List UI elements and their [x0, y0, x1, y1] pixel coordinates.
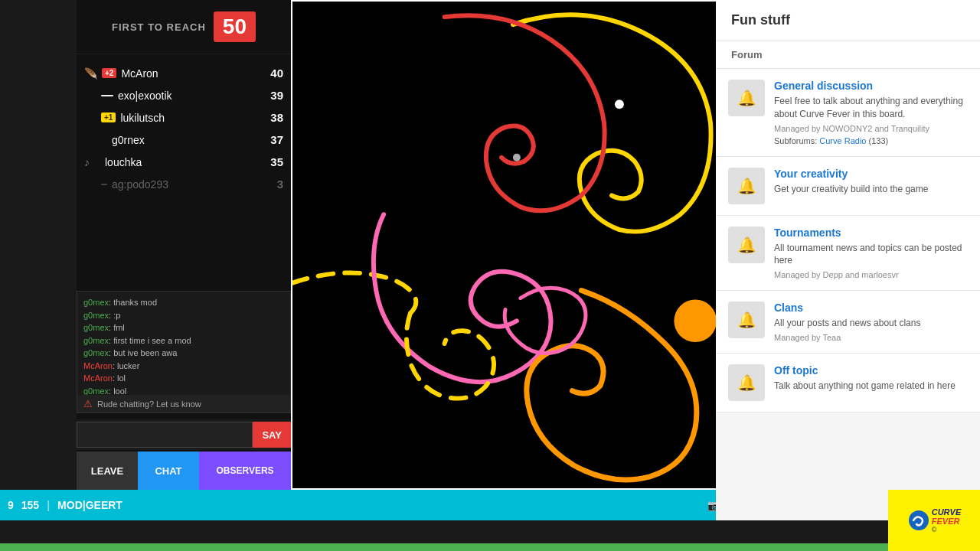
forum-title-link[interactable]: Your creativity — [774, 168, 968, 180]
right-panel: Fun stuff Forum 🔔 General discussion Fee… — [716, 0, 980, 520]
forum-desc: Talk about anything not game related in … — [774, 380, 968, 393]
logo-icon — [907, 509, 930, 532]
player-score: 3 — [264, 178, 283, 191]
svg-point-1 — [674, 299, 717, 342]
leave-button[interactable]: LEAVE — [77, 452, 138, 490]
forum-desc: All tournament news and topics can be po… — [774, 242, 968, 268]
game-canvas — [291, 0, 720, 490]
forum-avatar: 🔔 — [728, 302, 765, 338]
first-to-reach-number: 50 — [214, 11, 256, 42]
forum-header: Forum — [716, 41, 980, 69]
player-score: 39 — [264, 89, 283, 102]
forum-avatar: 🔔 — [728, 168, 765, 204]
status-number1: 9 — [8, 499, 14, 511]
list-item: 🔔 Tournaments All tournament news and to… — [716, 216, 980, 292]
forum-title-link[interactable]: Tournaments — [774, 227, 968, 239]
player-color-bar — [101, 95, 113, 96]
table-row: 🪶 +2 McAron 40 — [77, 62, 291, 84]
chat-username: g0mex — [83, 386, 109, 396]
forum-content: Clans All your posts and news about clan… — [774, 302, 968, 342]
curve-fever-logo: CURVE FEVER © — [907, 507, 962, 533]
list-item: McAron: lucker — [83, 360, 284, 373]
list-item: g0mex: first time i see a mod — [83, 334, 284, 347]
warning-icon: ⚠ — [83, 398, 93, 409]
table-row: +1 lukilutsch 38 — [77, 106, 291, 129]
forum-meta: Managed by Teaa — [774, 333, 968, 342]
player-name: McAron — [121, 67, 260, 80]
player-color-bar — [101, 184, 107, 185]
player-badge: +1 — [101, 112, 116, 122]
observers-button[interactable]: OBSERVERS — [199, 452, 291, 490]
first-to-reach-container: FIRST TO REACH 50 — [77, 0, 291, 54]
player-name: ag:podo293 — [112, 178, 260, 191]
table-row: ♪ louchka 35 — [77, 151, 291, 173]
bottom-buttons: LEAVE CHAT OBSERVERS — [77, 452, 291, 490]
chat-button[interactable]: CHAT — [138, 452, 199, 490]
forum-title-link[interactable]: General discussion — [774, 80, 968, 92]
list-item: g0mex: thanks mod — [83, 296, 284, 309]
forum-content: Your creativity Get your creativity buil… — [774, 168, 968, 199]
status-number2: 155 — [21, 499, 39, 511]
chat-username: g0mex — [83, 311, 109, 320]
status-bar: 9 155 | MOD|GEERT 📷 ♩ ✳ — [0, 490, 758, 520]
player-name: g0rnex — [112, 134, 260, 146]
player-badge: +2 — [102, 68, 116, 78]
forum-avatar: 🔔 — [728, 80, 765, 116]
player-name: lukilutsch — [120, 112, 260, 124]
player-score: 35 — [264, 155, 283, 168]
status-mod-label: MOD|GEERT — [57, 499, 122, 511]
list-item: McAron: lol — [83, 372, 284, 385]
score-panel: FIRST TO REACH 50 🪶 +2 McAron 40 exo|exo… — [77, 0, 291, 490]
logo-fever-text: FEVER — [932, 517, 962, 526]
chat-username: McAron — [83, 361, 113, 370]
svg-point-4 — [909, 510, 929, 530]
list-item: 🔔 Your creativity Get your creativity bu… — [716, 157, 980, 216]
forum-content: Off topic Talk about anything not game r… — [774, 364, 968, 396]
logo-curve-text: CURVE — [932, 507, 962, 517]
list-item: g0mex: :p — [83, 309, 284, 322]
green-bar — [0, 543, 888, 551]
chat-username: g0mex — [83, 348, 109, 357]
first-to-reach-label: FIRST TO REACH — [112, 21, 206, 33]
chat-username: McAron — [83, 373, 113, 383]
chat-input-area: SAY — [77, 419, 291, 450]
logo-area: CURVE FEVER © — [888, 490, 980, 551]
chat-username: g0mex — [83, 336, 109, 345]
table-row: ag:podo293 3 — [77, 173, 291, 195]
say-button[interactable]: SAY — [253, 422, 291, 448]
forum-desc: Feel free to talk about anything and eve… — [774, 95, 968, 121]
fun-stuff-header: Fun stuff — [716, 0, 980, 41]
logo-copyright: © — [932, 526, 962, 533]
list-item: g0mex: but ive been awa — [83, 347, 284, 360]
table-row: exo|exootik 39 — [77, 84, 291, 106]
svg-point-3 — [513, 154, 521, 161]
forum-avatar: 🔔 — [728, 227, 765, 263]
player-score: 40 — [264, 67, 283, 80]
music-icon: ♪ — [84, 156, 90, 168]
player-name: louchka — [105, 156, 260, 168]
forum-content: Tournaments All tournament news and topi… — [774, 227, 968, 280]
chat-username: g0mex — [83, 298, 109, 307]
list-item: 🔔 General discussion Feel free to talk a… — [716, 69, 980, 157]
table-row: g0rnex 37 — [77, 129, 291, 151]
chat-area: g0mex: thanks mod g0mex: :p g0mex: fml g… — [77, 291, 291, 413]
forum-desc: All your posts and news about clans — [774, 317, 968, 330]
list-item: 🔔 Clans All your posts and news about cl… — [716, 291, 980, 354]
forum-subforums: Subforums: Curve Radio (133) — [774, 136, 968, 145]
rude-chat-bar[interactable]: ⚠ Rude chatting? Let us know — [77, 395, 290, 412]
list-item: 🔔 Off topic Talk about anything not game… — [716, 354, 980, 412]
curve-radio-link[interactable]: Curve Radio — [819, 136, 866, 145]
forum-desc: Get your creativity build into the game — [774, 183, 968, 196]
forum-meta: Managed by Depp and marloesvr — [774, 270, 968, 279]
chat-username: g0mex — [83, 323, 109, 332]
forum-title-link[interactable]: Clans — [774, 302, 968, 314]
forum-content: General discussion Feel free to talk abo… — [774, 80, 968, 145]
rude-chat-label: Rude chatting? Let us know — [97, 399, 201, 409]
chat-input[interactable] — [77, 422, 253, 448]
feather-icon: 🪶 — [84, 67, 97, 80]
forum-avatar: 🔔 — [728, 364, 765, 401]
player-name: exo|exootik — [118, 90, 260, 102]
status-separator: | — [47, 499, 50, 511]
forum-title-link[interactable]: Off topic — [774, 364, 968, 377]
player-score: 38 — [264, 111, 283, 124]
